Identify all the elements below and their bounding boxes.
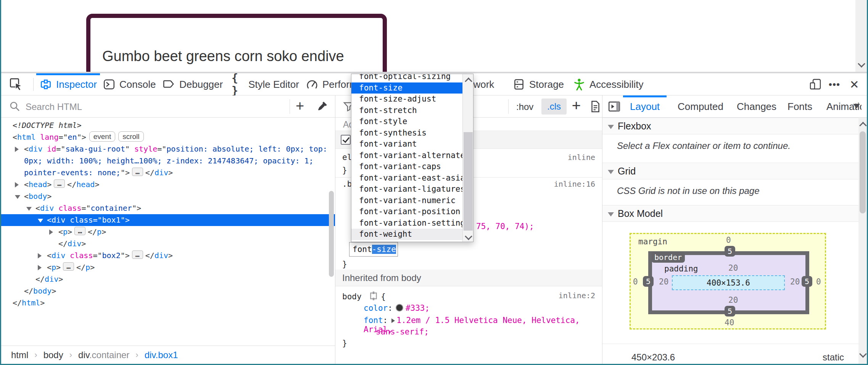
scrollbar-thumb[interactable] bbox=[860, 131, 866, 213]
tab-console[interactable]: Console bbox=[100, 73, 159, 95]
markup-row[interactable]: <div id="saka-gui-root" style="position:… bbox=[1, 143, 335, 179]
responsive-design-mode-button[interactable] bbox=[807, 77, 824, 92]
eyedropper-icon[interactable] bbox=[316, 100, 329, 113]
autocomplete-item[interactable]: font-variant-position bbox=[351, 206, 462, 218]
search-html-input[interactable] bbox=[25, 99, 271, 115]
markup-row[interactable]: <html lang="en">eventscroll bbox=[1, 131, 335, 143]
padding-bottom-value[interactable]: 20 bbox=[728, 296, 738, 305]
breadcrumb-item-html[interactable]: html bbox=[11, 350, 28, 360]
expand-arrow-icon[interactable] bbox=[38, 253, 42, 258]
close-devtools-button[interactable]: ✕ bbox=[846, 77, 863, 92]
padding-right-value[interactable]: 20 bbox=[790, 277, 800, 286]
page-scrollbar[interactable] bbox=[855, 0, 867, 72]
expand-arrow-icon[interactable] bbox=[15, 147, 19, 152]
tab-inspector[interactable]: Inspector bbox=[36, 73, 100, 95]
markup-row[interactable]: </div> bbox=[1, 273, 335, 285]
body-rule-selector[interactable]: body { bbox=[342, 291, 386, 301]
collapse-arrow-icon[interactable] bbox=[15, 195, 20, 199]
border-right-value[interactable]: 5 bbox=[802, 276, 812, 287]
layout-panel-scrollbar[interactable] bbox=[858, 118, 867, 364]
collapse-arrow-icon[interactable] bbox=[38, 219, 43, 223]
tab-computed[interactable]: Computed bbox=[675, 95, 726, 118]
markup-row[interactable]: </div> bbox=[1, 238, 335, 250]
tab-layout[interactable]: Layout bbox=[628, 95, 662, 118]
border-bottom-value[interactable]: 5 bbox=[725, 306, 735, 317]
autocomplete-item[interactable]: font-variant-caps bbox=[351, 161, 462, 173]
margin-bottom-value[interactable]: 40 bbox=[725, 318, 734, 327]
inline-expander-button[interactable]: … bbox=[132, 250, 143, 259]
margin-top-value[interactable]: 0 bbox=[726, 236, 731, 245]
add-rule-button[interactable]: + bbox=[572, 98, 581, 112]
padding-top-value[interactable]: 20 bbox=[728, 263, 738, 273]
markup-row[interactable]: </html> bbox=[1, 297, 335, 309]
autocomplete-item[interactable]: font-optical-sizing bbox=[351, 74, 462, 82]
rule-source-link[interactable]: inline:16 bbox=[554, 179, 595, 189]
border-left-value[interactable]: 5 bbox=[643, 276, 654, 287]
breadcrumb-item-div.container[interactable]: div.container bbox=[78, 350, 129, 360]
autocomplete-item[interactable]: font-size bbox=[351, 82, 462, 94]
class-panel-button[interactable]: .cls bbox=[541, 99, 567, 115]
markup-row[interactable]: <head>…</head> bbox=[1, 179, 335, 191]
markup-row[interactable]: <div class="box2">…</div> bbox=[1, 250, 335, 262]
expand-arrow-icon[interactable] bbox=[38, 265, 42, 270]
markup-row[interactable]: <body> bbox=[1, 191, 335, 202]
autocomplete-item[interactable]: font-size-adjust bbox=[351, 94, 462, 105]
box-model-margin-region[interactable]: margin 0 40 0 0 border 5 5 5 5 padding 2… bbox=[630, 233, 826, 329]
sidebar-toggle-icon[interactable] bbox=[607, 100, 621, 113]
margin-right-value[interactable]: 0 bbox=[816, 277, 821, 286]
flexbox-section-header[interactable]: Flexbox bbox=[602, 118, 867, 134]
tab-accessibility[interactable]: Accessibility bbox=[570, 73, 647, 95]
autocomplete-item[interactable]: font-stretch bbox=[351, 105, 462, 116]
scroll-down-icon[interactable] bbox=[858, 60, 865, 68]
pseudo-class-button[interactable]: :hov bbox=[513, 100, 536, 114]
dom-badge-event[interactable]: event bbox=[89, 131, 115, 142]
breadcrumb-item-div.box1[interactable]: div.box1 bbox=[145, 350, 178, 360]
expand-arrow-icon[interactable] bbox=[15, 182, 19, 187]
print-media-simulation-icon[interactable] bbox=[589, 100, 602, 113]
box-model-content-region[interactable]: 400×153.6 bbox=[672, 275, 785, 290]
scroll-down-icon[interactable] bbox=[859, 350, 867, 358]
autocomplete-item[interactable]: font-weight bbox=[351, 229, 462, 240]
meatball-menu-button[interactable]: ••• bbox=[826, 77, 843, 92]
markup-row[interactable]: <p>…</p> bbox=[1, 262, 335, 273]
inline-expander-button[interactable]: … bbox=[74, 227, 85, 235]
tab-changes[interactable]: Changes bbox=[734, 95, 779, 118]
margin-left-value[interactable]: 0 bbox=[633, 277, 638, 286]
tab-style-editor[interactable]: { }Style Editor bbox=[229, 73, 302, 95]
breadcrumb-item-body[interactable]: body bbox=[43, 350, 63, 360]
scrollbar-thumb[interactable] bbox=[464, 132, 473, 231]
scroll-up-icon[interactable] bbox=[465, 78, 472, 85]
autocomplete-item[interactable]: font-synthesis bbox=[351, 128, 462, 139]
markup-row[interactable]: <div class="container"> bbox=[1, 202, 335, 214]
padding-left-value[interactable]: 20 bbox=[659, 277, 668, 286]
autocomplete-item[interactable]: font-variant bbox=[351, 139, 462, 150]
color-swatch[interactable] bbox=[396, 304, 403, 312]
tab-debugger[interactable]: Debugger bbox=[159, 73, 226, 95]
scroll-up-icon[interactable] bbox=[859, 122, 867, 129]
all-tabs-dropdown-icon[interactable] bbox=[853, 104, 860, 108]
markup-scrollbar-thumb[interactable] bbox=[329, 191, 334, 277]
scroll-down-icon[interactable] bbox=[465, 233, 472, 240]
inline-expander-button[interactable]: … bbox=[63, 262, 74, 271]
markup-row[interactable]: </body> bbox=[1, 285, 335, 297]
markup-row[interactable]: <p>…</p> bbox=[1, 226, 335, 238]
autocomplete-item[interactable]: font-variant-alternates bbox=[351, 150, 462, 162]
autocomplete-scrollbar[interactable] bbox=[462, 74, 473, 242]
border-top-value[interactable]: 5 bbox=[725, 246, 735, 257]
class-checkbox[interactable] bbox=[341, 135, 351, 145]
property-name-editor[interactable]: font-size bbox=[349, 242, 398, 257]
grid-section-header[interactable]: Grid bbox=[602, 163, 867, 179]
autocomplete-item[interactable]: font-variation-settings bbox=[351, 218, 462, 229]
rule-source-link[interactable]: inline bbox=[568, 153, 595, 162]
inline-expander-button[interactable]: … bbox=[132, 168, 143, 176]
tab-storage[interactable]: Storage bbox=[509, 73, 567, 95]
inline-expander-button[interactable]: … bbox=[54, 179, 65, 188]
expand-value-icon[interactable] bbox=[391, 318, 395, 323]
autocomplete-item[interactable]: font-variant-east-asian bbox=[351, 173, 462, 184]
markup-row[interactable]: <!DOCTYPE html> bbox=[1, 120, 335, 131]
autocomplete-item[interactable]: font-style bbox=[351, 116, 462, 128]
pick-element-button[interactable] bbox=[6, 76, 26, 93]
tab-fonts[interactable]: Fonts bbox=[785, 95, 815, 118]
expand-arrow-icon[interactable] bbox=[49, 229, 53, 235]
select-element-icon[interactable] bbox=[369, 291, 378, 301]
